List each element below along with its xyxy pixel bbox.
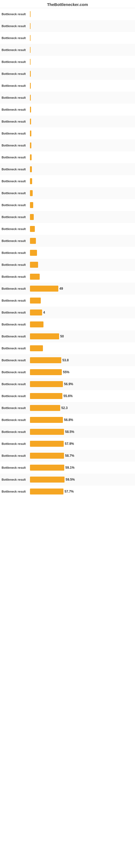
bar-cell: Bottleneck result [2,106,133,113]
table-row: Bottleneck result 52.3 [0,402,135,414]
table-row: Bottleneck result [0,259,135,271]
bar [30,405,60,411]
row-label: Bottleneck result [2,144,30,147]
table-row: Bottleneck result [0,92,135,104]
bar-wrap: 58.7% [30,453,133,459]
bar-cell: Bottleneck result [2,214,133,220]
bar [30,453,64,459]
bar-wrap [30,345,133,351]
bar [30,214,34,220]
bar-wrap: 59.5% [30,476,133,483]
bar-wrap: 4 [30,310,133,315]
table-row: Bottleneck result [0,318,135,330]
bar [30,83,31,89]
bar-cell: Bottleneck result 57.9% [2,441,133,447]
table-row: Bottleneck result [0,294,135,307]
table-row: Bottleneck result 50 [0,330,135,342]
bar-wrap: 50 [30,333,133,339]
bar-cell: Bottleneck result 56.9% [2,381,133,387]
bar-wrap: 57.7% [30,489,133,495]
row-label: Bottleneck result [2,490,30,493]
table-row: Bottleneck result 55.6% [0,390,135,402]
row-label: Bottleneck result [2,347,30,350]
table-row: Bottleneck result [0,44,135,56]
bar-wrap [30,154,133,160]
bar-value: 57.9% [65,442,74,446]
bar-wrap [30,274,133,280]
row-label: Bottleneck result [2,430,30,433]
bar [30,489,63,495]
row-label: Bottleneck result [2,418,30,422]
table-row: Bottleneck result 59.5% [0,474,135,486]
bar-wrap: 59.1% [30,465,133,471]
row-label: Bottleneck result [2,442,30,445]
row-group: Bottleneck result Bottleneck result Bott… [0,8,135,497]
row-label: Bottleneck result [2,72,30,75]
bar [30,95,31,101]
bar-cell: Bottleneck result 56.8% [2,417,133,423]
table-row: Bottleneck result [0,247,135,259]
bar-cell: Bottleneck result [2,23,133,29]
bar [30,190,33,196]
bar-wrap [30,35,133,41]
bar-wrap [30,130,133,136]
bar-wrap [30,83,133,89]
row-label: Bottleneck result [2,335,30,338]
bar [30,321,43,328]
bar [30,11,31,17]
table-row: Bottleneck result [0,56,135,68]
bar-cell: Bottleneck result 53.8 [2,357,133,363]
bar [30,166,32,172]
table-row: Bottleneck result 55% [0,366,135,378]
bar [30,238,36,244]
table-row: Bottleneck result 57.9% [0,438,135,450]
bar-wrap [30,250,133,256]
bar-value: 55.6% [63,394,73,398]
bar [30,476,64,483]
row-label: Bottleneck result [2,48,30,52]
row-label: Bottleneck result [2,96,30,99]
table-row: Bottleneck result 4 [0,307,135,318]
row-label: Bottleneck result [2,311,30,314]
bar-cell: Bottleneck result [2,130,133,136]
bar-wrap: 56.8% [30,417,133,423]
bar-cell: Bottleneck result [2,71,133,77]
row-label: Bottleneck result [2,359,30,362]
row-label: Bottleneck result [2,12,30,16]
bar [30,202,33,208]
bar-cell: Bottleneck result 4 [2,310,133,315]
table-row: Bottleneck result [0,127,135,140]
bar-cell: Bottleneck result [2,274,133,280]
bar-wrap [30,178,133,184]
bar-wrap: 53.8 [30,357,133,363]
bar-wrap [30,143,133,148]
bar-cell: Bottleneck result [2,154,133,160]
table-row: Bottleneck result 49 [0,283,135,294]
bar [30,357,61,363]
row-label: Bottleneck result [2,394,30,398]
bar [30,274,40,280]
row-label: Bottleneck result [2,204,30,207]
bar-wrap [30,238,133,244]
row-label: Bottleneck result [2,84,30,87]
bar [30,130,31,136]
table-row: Bottleneck result [0,199,135,211]
table-row: Bottleneck result [0,140,135,151]
bar-wrap [30,190,133,196]
bar [30,417,63,423]
bar-cell: Bottleneck result [2,166,133,172]
bar-wrap [30,47,133,53]
bar [30,286,58,291]
bar-cell: Bottleneck result 59.5% [2,476,133,483]
bar-cell: Bottleneck result [2,119,133,124]
table-row: Bottleneck result [0,223,135,235]
bar [30,178,32,184]
bar-cell: Bottleneck result [2,190,133,196]
bar-value: 59.1% [65,466,75,469]
bar [30,310,42,315]
table-row: Bottleneck result [0,342,135,354]
bar-wrap [30,106,133,113]
table-row: Bottleneck result 57.7% [0,486,135,497]
bar-cell: Bottleneck result 50 [2,333,133,339]
bar-wrap [30,11,133,17]
